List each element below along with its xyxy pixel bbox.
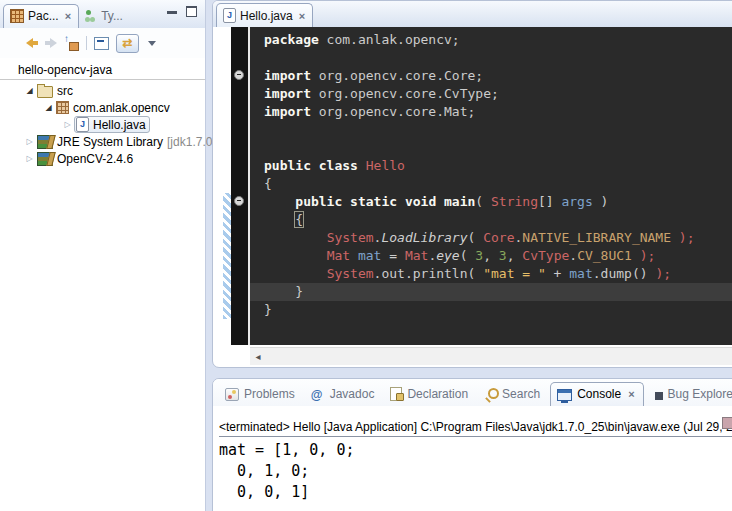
forward-arrow-icon[interactable] [45, 38, 57, 48]
code-line-4: import org.opencv.core.CvType; [264, 85, 732, 103]
toolbar-separator [86, 36, 87, 50]
expanded-expander-icon[interactable]: ◢ [23, 82, 36, 99]
tree-item-content[interactable]: src [36, 84, 76, 98]
tab-declaration[interactable]: Declaration [384, 383, 476, 406]
tree-item-content[interactable]: OpenCV-2.4.6 [36, 152, 136, 166]
console-view: ProblemsJavadocDeclarationSearchConsole×… [212, 378, 732, 511]
tab-problems[interactable]: Problems [219, 383, 303, 406]
range-indicator-column [223, 27, 231, 345]
go-up-icon[interactable] [64, 36, 79, 51]
close-icon[interactable]: × [628, 389, 634, 399]
view-menu-icon[interactable] [148, 41, 156, 50]
tree-item-decorator: [jdk1.7.0 [167, 135, 212, 149]
tree-separator [0, 79, 205, 80]
close-icon[interactable]: × [65, 11, 71, 21]
close-icon[interactable]: × [299, 11, 305, 21]
console-output[interactable]: mat = [1, 0, 0; 0, 1, 0; 0, 0, 1] [213, 437, 732, 503]
tree-item-hello-opencv-java[interactable]: hello-opencv-java [0, 61, 205, 78]
code-line-2 [264, 49, 732, 67]
tab-hello-java[interactable]: Hello.java × [216, 3, 313, 27]
console-icon [557, 389, 572, 401]
editor-left-margin [213, 27, 223, 345]
tab-javadoc[interactable]: Javadoc [305, 383, 383, 406]
left-tab-bar: Pac... × Ty... [0, 0, 205, 28]
eclipse-window: Pac... × Ty... ⇄ hello-opencv-java◢src◢c… [0, 0, 732, 511]
code-line-11: { [264, 211, 732, 229]
tree-item-com-anlak-opencv[interactable]: ◢com.anlak.opencv [0, 99, 205, 116]
tab-label: Pac... [28, 9, 59, 23]
java-file-icon [76, 117, 89, 132]
code-line-9: { [264, 175, 732, 193]
code-line-12: System.LoadLibrary( Core.NATIVE_LIBRARY_… [264, 229, 732, 247]
tree-item-label: src [57, 84, 73, 98]
tab-label: Problems [244, 387, 295, 401]
tab-label: Console [577, 387, 621, 401]
tree-item-src[interactable]: ◢src [0, 82, 205, 99]
javadoc-icon [311, 388, 325, 401]
java-file-icon [223, 8, 236, 23]
console-tab-bar: ProblemsJavadocDeclarationSearchConsole×… [213, 379, 732, 406]
search-icon [484, 388, 497, 401]
tree-item-opencv-2-4-6[interactable]: ▷OpenCV-2.4.6 [0, 150, 205, 167]
tab-label: Bug Explorer [668, 387, 732, 401]
package-explorer-icon [10, 9, 24, 23]
link-with-editor-icon[interactable]: ⇄ [116, 34, 139, 53]
fold-collapse-icon[interactable] [234, 196, 244, 206]
tab-label: Javadoc [330, 387, 375, 401]
tab-label: Search [502, 387, 540, 401]
tree-item-label: OpenCV-2.4.6 [57, 152, 133, 166]
tab-search[interactable]: Search [478, 383, 548, 406]
editor-body: package com.anlak.opencv; import org.ope… [213, 27, 732, 345]
console-toolbar-icon-partial[interactable] [722, 417, 732, 429]
range-indicator [223, 193, 231, 319]
package-explorer-view: Pac... × Ty... ⇄ hello-opencv-java◢src◢c… [0, 0, 206, 511]
fold-collapse-icon[interactable] [234, 70, 244, 80]
project-tree: hello-opencv-java◢src◢com.anlak.opencv▷H… [0, 58, 205, 167]
package-icon [56, 101, 69, 114]
code-line-16: } [264, 301, 732, 319]
collapsed-expander-icon[interactable]: ▷ [23, 150, 36, 167]
tree-item-label: JRE System Library [57, 135, 163, 149]
code-line-1: package com.anlak.opencv; [264, 31, 732, 49]
explorer-toolbar: ⇄ [0, 28, 205, 58]
code-line-13: Mat mat = Mat.eye( 3, 3, CvType.CV_8UC1 … [264, 247, 732, 265]
library-icon [37, 135, 53, 149]
collapsed-expander-icon[interactable]: ▷ [23, 133, 36, 150]
maximize-icon[interactable] [186, 6, 197, 17]
tree-item-content[interactable]: JRE System Library[jdk1.7.0 [36, 135, 215, 149]
horizontal-scrollbar[interactable]: ◂ [250, 347, 732, 365]
tree-item-content[interactable]: com.anlak.opencv [55, 101, 173, 115]
view-window-buttons [167, 0, 205, 17]
source-folder-icon [37, 86, 53, 98]
scroll-left-arrow-icon[interactable]: ◂ [250, 351, 266, 362]
editor-area: Hello.java × package com.anlak.opencv; i… [212, 0, 732, 368]
code-line-7 [264, 139, 732, 157]
fold-column [231, 27, 248, 345]
tree-item-jre-system-library[interactable]: ▷JRE System Library[jdk1.7.0 [0, 133, 205, 150]
library-icon [37, 152, 53, 166]
tree-item-hello-java[interactable]: ▷Hello.java [0, 116, 205, 133]
expanded-expander-icon[interactable]: ◢ [42, 99, 55, 116]
problems-icon [225, 388, 239, 401]
tab-console[interactable]: Console× [550, 382, 643, 406]
editor-tab-bar: Hello.java × [213, 1, 732, 28]
code-line-10: public static void main( String[] args ) [264, 193, 732, 211]
minimize-icon[interactable] [167, 11, 177, 14]
tab-label: Ty... [101, 9, 123, 23]
code-line-15: } [250, 283, 732, 301]
tab-label: Declaration [407, 387, 468, 401]
tab-bug-explorer[interactable]: Bug Explorer [646, 383, 732, 406]
tab-type-hierarchy[interactable]: Ty... [79, 5, 130, 28]
tree-item-content[interactable]: Hello.java [74, 116, 150, 133]
tree-item-label: Hello.java [93, 118, 146, 132]
collapse-all-icon[interactable] [94, 37, 109, 50]
code-line-6 [264, 121, 732, 139]
tab-package-explorer[interactable]: Pac... × [3, 4, 79, 28]
back-arrow-icon[interactable] [26, 38, 38, 48]
collapsed-expander-icon[interactable]: ▷ [61, 116, 74, 133]
type-hierarchy-icon [85, 10, 97, 23]
tree-item-content[interactable]: hello-opencv-java [17, 63, 115, 77]
tree-item-label: com.anlak.opencv [73, 101, 170, 115]
code-area[interactable]: package com.anlak.opencv; import org.ope… [250, 27, 732, 345]
editor-tab-label: Hello.java [240, 9, 293, 23]
